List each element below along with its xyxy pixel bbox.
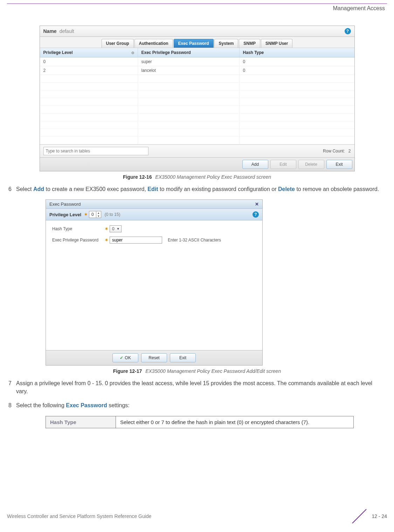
- step-8: 8 Select the following Exec Password set…: [8, 402, 386, 409]
- setting-key: Hash Type: [46, 416, 116, 428]
- step-number: 8: [8, 402, 16, 409]
- ok-button[interactable]: OK: [112, 353, 138, 362]
- required-icon: ✶: [105, 226, 108, 231]
- footer-doc-title: Wireless Controller and Service Platform…: [7, 513, 151, 519]
- figure-12-17-caption: Figure 12-17 EX35000 Management Policy E…: [7, 368, 387, 374]
- kw-exec-password: Exec Password: [66, 402, 107, 408]
- sort-icon[interactable]: ⊙: [131, 51, 134, 55]
- page-number: 12 - 24: [372, 513, 387, 519]
- step-number: 7: [8, 380, 16, 395]
- privilege-level-stepper[interactable]: 0 ▲ ▼: [89, 211, 101, 218]
- cell-priv: 0: [40, 57, 138, 66]
- kw-edit: Edit: [147, 186, 158, 192]
- tab-exec-password[interactable]: Exec Password: [174, 39, 214, 48]
- search-input[interactable]: [43, 147, 148, 155]
- cell-pwd: super: [138, 57, 240, 66]
- figure-12-16-caption: Figure 12-16 EX35000 Management Policy E…: [7, 174, 387, 180]
- figure-title: EX35000 Management Policy Exec Password …: [145, 368, 281, 374]
- kw-add: Add: [33, 186, 44, 192]
- password-hint: Enter 1-32 ASCII Characters: [168, 238, 221, 243]
- hash-type-select[interactable]: 0 ▼: [110, 225, 122, 232]
- required-icon: ✶: [84, 212, 88, 217]
- kw-delete: Delete: [278, 186, 295, 192]
- reset-button[interactable]: Reset: [141, 353, 167, 362]
- figure-12-17-screenshot: Exec Password ✕ Privilege Level ✶ 0 ▲ ▼ …: [46, 199, 263, 366]
- required-icon: ✶: [105, 238, 108, 243]
- stepper-value: 0: [89, 212, 96, 217]
- tab-snmp-user[interactable]: SNMP User: [261, 39, 292, 48]
- exit-button[interactable]: Exit: [326, 160, 352, 169]
- step-7: 7 Assign a privilege level from 0 - 15. …: [8, 380, 386, 395]
- step-6: 6 Select Add to create a new EX3500 exec…: [8, 185, 386, 193]
- exec-password-input[interactable]: [110, 237, 162, 244]
- edit-button[interactable]: Edit: [270, 160, 296, 169]
- cell-hash: 0: [240, 66, 354, 75]
- cell-priv: 2: [40, 66, 138, 75]
- col-label: Privilege Level: [43, 50, 73, 55]
- stepper-up-icon[interactable]: ▲: [96, 211, 101, 214]
- table-row[interactable]: 2 lancelot 0: [40, 66, 354, 75]
- page-header: Management Access: [7, 5, 387, 12]
- privilege-range-hint: (0 to 15): [105, 212, 120, 217]
- figure-12-16-screenshot: Name default ? User Group Authentication…: [40, 26, 355, 171]
- hash-type-label: Hash Type: [52, 226, 105, 231]
- footer-divider-icon: [351, 507, 368, 525]
- col-header-hash-type[interactable]: Hash Type: [240, 48, 354, 57]
- help-icon[interactable]: ?: [253, 211, 259, 218]
- exec-password-label: Exec Privilege Password: [52, 238, 105, 243]
- figure-number: Figure 12-16: [123, 174, 152, 180]
- stepper-down-icon[interactable]: ▼: [96, 214, 101, 218]
- delete-button[interactable]: Delete: [298, 160, 324, 169]
- cell-hash: 0: [240, 57, 354, 66]
- step-number: 6: [8, 185, 16, 193]
- privilege-level-label: Privilege Level: [49, 212, 81, 217]
- exit-button[interactable]: Exit: [170, 353, 196, 362]
- svg-line-0: [352, 509, 366, 523]
- setting-description: Select either 0 or 7 to define the hash …: [116, 416, 354, 428]
- tab-user-group[interactable]: User Group: [102, 39, 134, 48]
- close-icon[interactable]: ✕: [255, 202, 259, 207]
- select-value: 0: [112, 226, 115, 231]
- row-count-label: Row Count:: [323, 149, 345, 154]
- row-count-value: 2: [348, 149, 351, 154]
- chevron-down-icon: ▼: [117, 227, 120, 231]
- figure-title: EX35000 Management Policy Exec Password …: [155, 174, 271, 180]
- name-value: default: [60, 28, 74, 34]
- table-row[interactable]: 0 super 0: [40, 57, 354, 66]
- add-button[interactable]: Add: [242, 160, 268, 169]
- exec-password-settings-table: Hash Type Select either 0 or 7 to define…: [46, 416, 354, 428]
- tab-system[interactable]: System: [214, 39, 239, 48]
- col-header-exec-password[interactable]: Exec Privilege Password: [138, 48, 240, 57]
- help-icon[interactable]: ?: [345, 28, 351, 34]
- name-label: Name: [43, 28, 57, 34]
- col-header-privilege-level[interactable]: Privilege Level ⊙: [40, 48, 138, 57]
- figure-number: Figure 12-17: [113, 368, 142, 374]
- tabs-bar: User Group Authentication Exec Password …: [40, 37, 354, 48]
- dialog-title: Exec Password: [49, 202, 81, 207]
- tab-authentication[interactable]: Authentication: [134, 39, 173, 48]
- tab-snmp[interactable]: SNMP: [239, 39, 260, 48]
- cell-pwd: lancelot: [138, 66, 240, 75]
